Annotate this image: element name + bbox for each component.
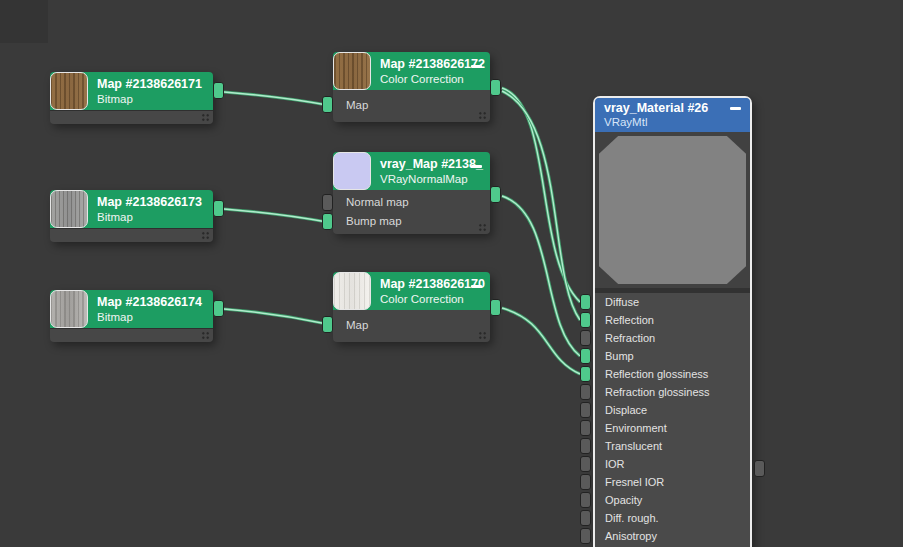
slot-label: Normal map — [346, 196, 409, 208]
resize-grip-icon[interactable] — [201, 113, 210, 122]
node-color-correction-2138626172[interactable]: Map #2138626172 Color Correction Map — [333, 52, 490, 122]
ior-input-socket[interactable] — [580, 456, 591, 472]
input-slot-row[interactable]: Normal map — [333, 192, 490, 211]
resize-grip-icon[interactable] — [478, 331, 487, 340]
slot-label: Displace — [605, 404, 647, 416]
node-header[interactable]: Map #2138626170 Color Correction — [333, 272, 490, 310]
reflection-glossiness-input-socket[interactable] — [580, 366, 591, 382]
slot-label: Anisotropy — [605, 530, 657, 542]
node-type-label: Color Correction — [380, 72, 485, 86]
node-header[interactable]: Map #2138626172 Color Correction — [333, 52, 490, 90]
anisotropy-input-socket[interactable] — [580, 528, 591, 544]
slot-row-refraction[interactable]: Refraction — [595, 329, 750, 347]
slot-label: Translucent — [605, 440, 662, 452]
wire-bitmap174-to-cc170[interactable] — [224, 309, 327, 324]
resize-grip-icon[interactable] — [201, 331, 210, 340]
slot-row-bump[interactable]: Bump — [595, 347, 750, 365]
slot-label: Reflection — [605, 314, 654, 326]
input-slot-row[interactable]: Bump map — [333, 211, 490, 230]
output-socket[interactable] — [213, 300, 224, 317]
slot-row-refraction-glossiness[interactable]: Refraction glossiness — [595, 383, 750, 401]
map-input-socket[interactable] — [322, 316, 333, 333]
slot-row-reflection-glossiness[interactable]: Reflection glossiness — [595, 365, 750, 383]
output-socket[interactable] — [213, 200, 224, 217]
normal-map-input-socket[interactable] — [322, 194, 333, 211]
slot-label: Refraction — [605, 332, 655, 344]
slot-row-opacity[interactable]: Opacity — [595, 491, 750, 509]
slot-label: Opacity — [605, 494, 642, 506]
node-title: Map #2138626174 — [97, 295, 202, 310]
wire-bitmap173-to-normalmap[interactable] — [224, 209, 327, 222]
node-bitmap-2138626174[interactable]: Map #2138626174 Bitmap — [50, 290, 213, 342]
node-vray-normal-map[interactable]: vray_Map #2138_ VRayNormalMap Normal map… — [333, 152, 490, 234]
node-type-label: Color Correction — [380, 292, 485, 306]
collapse-minus-icon[interactable] — [471, 65, 482, 68]
node-bitmap-2138626173[interactable]: Map #2138626173 Bitmap — [50, 190, 213, 242]
slot-label: Bump map — [346, 215, 402, 227]
slot-label: Map — [346, 99, 368, 111]
slot-row-environment[interactable]: Environment — [595, 419, 750, 437]
node-type-label: Bitmap — [97, 92, 202, 106]
node-graph-canvas[interactable]: Map #2138626171 Bitmap Map #2138626173 B… — [0, 0, 903, 547]
refraction-glossiness-input-socket[interactable] — [580, 384, 591, 400]
bump-map-input-socket[interactable] — [322, 213, 333, 230]
output-socket[interactable] — [490, 186, 501, 203]
slot-row-ior[interactable]: IOR — [595, 455, 750, 473]
collapse-minus-icon[interactable] — [471, 165, 482, 168]
node-color-correction-2138626170[interactable]: Map #2138626170 Color Correction Map — [333, 272, 490, 342]
slot-label: Bump — [605, 350, 634, 362]
input-slot-row[interactable]: Map — [333, 91, 490, 119]
resize-grip-icon[interactable] — [478, 111, 487, 120]
slot-row-diff-rough[interactable]: Diff. rough. — [595, 509, 750, 527]
slot-row-reflection[interactable]: Reflection — [595, 311, 750, 329]
opacity-input-socket[interactable] — [580, 492, 591, 508]
collapse-minus-icon[interactable] — [730, 107, 741, 110]
map-input-socket[interactable] — [322, 96, 333, 113]
collapse-minus-icon[interactable] — [471, 285, 482, 288]
node-title: Map #2138626171 — [97, 77, 202, 92]
input-slot-row[interactable]: Map — [333, 311, 490, 339]
node-footer — [50, 110, 213, 124]
slot-label: Diffuse — [605, 296, 639, 308]
node-header[interactable]: Map #2138626171 Bitmap — [50, 72, 213, 110]
wire-bitmap171-to-cc172[interactable] — [224, 92, 327, 105]
node-footer — [50, 328, 213, 342]
node-header[interactable]: Map #2138626174 Bitmap — [50, 290, 213, 328]
node-title: Map #2138626173 — [97, 195, 202, 210]
slot-row-fresnel-ior[interactable]: Fresnel IOR — [595, 473, 750, 491]
node-header[interactable]: vray_Material #26 VRayMtl — [595, 98, 750, 132]
slot-row-translucent[interactable]: Translucent — [595, 437, 750, 455]
output-socket[interactable] — [490, 299, 501, 316]
node-vray-material-26[interactable]: vray_Material #26 VRayMtl Diffuse Reflec… — [593, 96, 752, 547]
bump-input-socket[interactable] — [580, 348, 591, 364]
slot-label: IOR — [605, 458, 625, 470]
slot-row-anisotropy[interactable]: Anisotropy — [595, 527, 750, 545]
diffuse-input-socket[interactable] — [580, 294, 591, 310]
slot-row-displace[interactable]: Displace — [595, 401, 750, 419]
translucent-input-socket[interactable] — [580, 438, 591, 454]
output-socket[interactable] — [490, 79, 501, 96]
refraction-input-socket[interactable] — [580, 330, 591, 346]
resize-grip-icon[interactable] — [201, 231, 210, 240]
slot-row-diffuse[interactable]: Diffuse — [595, 293, 750, 311]
displace-input-socket[interactable] — [580, 402, 591, 418]
node-header[interactable]: vray_Map #2138_ VRayNormalMap — [333, 152, 490, 190]
node-title: vray_Map #2138_ — [380, 157, 483, 172]
output-socket[interactable] — [213, 82, 224, 99]
node-bitmap-2138626171[interactable]: Map #2138626171 Bitmap — [50, 72, 213, 124]
reflection-input-socket[interactable] — [580, 312, 591, 328]
node-type-label: Bitmap — [97, 310, 202, 324]
slot-label: Map — [346, 319, 368, 331]
material-preview-swatch[interactable] — [599, 136, 746, 284]
node-slot-list: Normal map Bump map — [333, 190, 490, 234]
node-type-label: VRayMtl — [604, 115, 647, 129]
node-footer — [50, 228, 213, 242]
material-output-socket[interactable] — [754, 460, 765, 477]
fresnel-ior-input-socket[interactable] — [580, 474, 591, 490]
node-header[interactable]: Map #2138626173 Bitmap — [50, 190, 213, 228]
environment-input-socket[interactable] — [580, 420, 591, 436]
color-correction-thumbnail — [333, 52, 371, 90]
wire-cc172-to-diffuse[interactable] — [502, 88, 580, 302]
resize-grip-icon[interactable] — [478, 223, 487, 232]
diff-rough-input-socket[interactable] — [580, 510, 591, 526]
